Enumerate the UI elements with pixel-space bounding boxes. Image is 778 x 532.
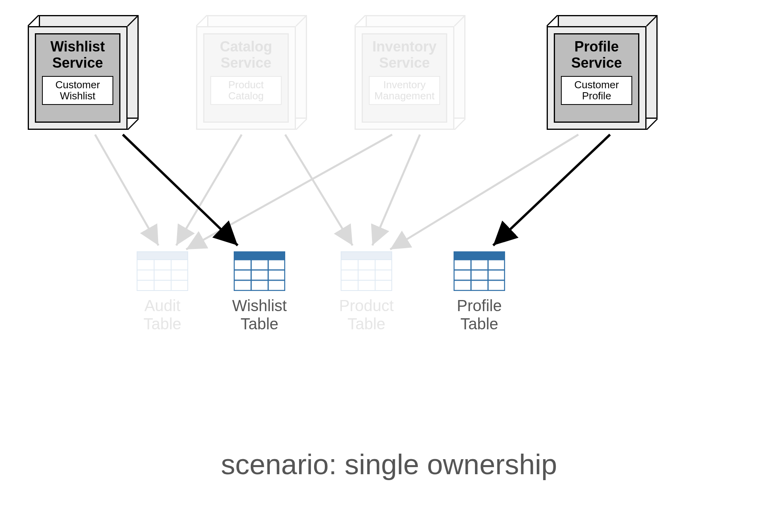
table-icon bbox=[341, 251, 392, 291]
svg-rect-13 bbox=[137, 260, 188, 291]
arrow-wishlist-to-audit bbox=[95, 135, 158, 245]
svg-rect-19 bbox=[234, 260, 285, 291]
svg-rect-30 bbox=[454, 252, 505, 260]
table-icon bbox=[454, 251, 505, 291]
service-profile-title: ProfileService bbox=[571, 38, 622, 71]
table-profile: ProfileTable bbox=[436, 251, 523, 333]
table-icon bbox=[234, 251, 285, 291]
svg-rect-24 bbox=[341, 252, 392, 260]
service-inventory-sub: InventoryManagement bbox=[369, 76, 440, 105]
table-product-label: ProductTable bbox=[323, 296, 410, 333]
service-inventory-title: InventoryService bbox=[372, 38, 437, 71]
svg-rect-31 bbox=[454, 260, 505, 291]
service-wishlist: WishlistService CustomerWishlist bbox=[28, 15, 139, 130]
arrow-inventory-to-product bbox=[372, 135, 420, 245]
svg-line-0 bbox=[28, 15, 39, 26]
diagram-canvas: WishlistService CustomerWishlist Catalog… bbox=[0, 0, 778, 532]
table-icon bbox=[137, 251, 188, 291]
arrow-profile-to-product bbox=[390, 135, 578, 249]
service-catalog-title: CatalogService bbox=[220, 38, 272, 71]
service-wishlist-title: WishlistService bbox=[50, 38, 105, 71]
arrow-catalog-to-audit bbox=[176, 135, 242, 245]
table-wishlist: WishlistTable bbox=[216, 251, 303, 333]
table-audit: AuditTable bbox=[119, 251, 206, 333]
service-wishlist-sub: CustomerWishlist bbox=[42, 76, 113, 105]
svg-rect-25 bbox=[341, 260, 392, 291]
table-profile-label: ProfileTable bbox=[436, 296, 523, 333]
caption: scenario: single ownership bbox=[0, 448, 778, 481]
table-wishlist-label: WishlistTable bbox=[216, 296, 303, 333]
table-product: ProductTable bbox=[323, 251, 410, 333]
table-audit-label: AuditTable bbox=[119, 296, 206, 333]
arrow-wishlist-to-wishlist-table bbox=[123, 135, 238, 245]
arrow-profile-to-profile-table bbox=[493, 135, 610, 245]
service-catalog: CatalogService ProductCatalog bbox=[196, 15, 307, 130]
svg-rect-18 bbox=[234, 252, 285, 260]
service-inventory: InventoryService InventoryManagement bbox=[355, 15, 465, 130]
svg-line-8 bbox=[454, 119, 465, 130]
svg-line-11 bbox=[646, 119, 658, 130]
arrow-catalog-to-product bbox=[285, 135, 353, 245]
svg-line-5 bbox=[296, 119, 307, 130]
svg-line-9 bbox=[547, 15, 558, 26]
svg-line-2 bbox=[128, 119, 139, 130]
arrow-inventory-to-audit bbox=[186, 135, 392, 249]
service-catalog-sub: ProductCatalog bbox=[210, 76, 282, 105]
svg-line-3 bbox=[196, 15, 207, 26]
svg-line-6 bbox=[355, 15, 366, 26]
service-profile-sub: CustomerProfile bbox=[561, 76, 632, 105]
svg-rect-12 bbox=[137, 252, 188, 260]
service-profile: ProfileService CustomerProfile bbox=[547, 15, 658, 130]
